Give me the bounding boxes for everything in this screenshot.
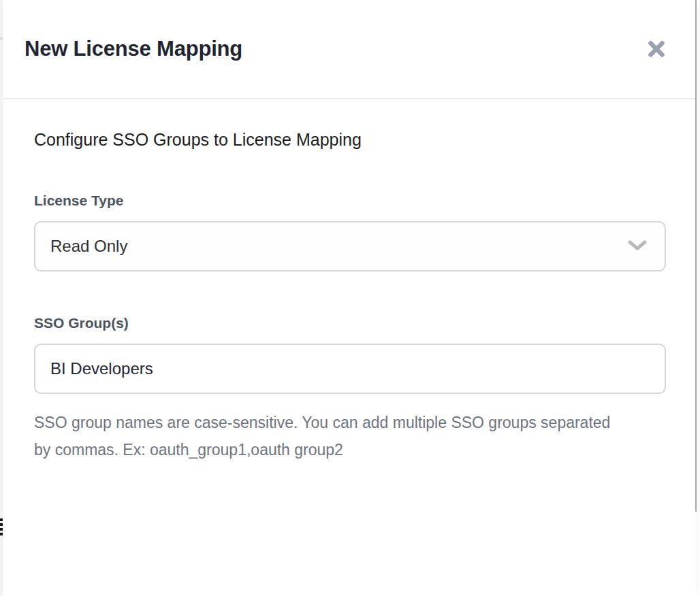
new-license-mapping-modal: New License Mapping Configure SSO Groups… (3, 0, 696, 596)
chevron-down-icon (628, 240, 647, 254)
modal-title: New License Mapping (25, 37, 242, 61)
license-type-label: License Type (34, 191, 666, 210)
license-type-value: Read Only (50, 237, 127, 256)
page-edge-line (695, 0, 697, 512)
modal-body: Configure SSO Groups to License Mapping … (3, 128, 696, 463)
license-type-select[interactable]: Read Only (34, 221, 666, 271)
sso-groups-input[interactable] (34, 344, 666, 394)
modal-subtitle: Configure SSO Groups to License Mapping (34, 128, 666, 151)
sso-groups-helper-text: SSO group names are case-sensitive. You … (34, 409, 628, 463)
x-icon (646, 39, 667, 59)
modal-header: New License Mapping (3, 0, 696, 99)
close-button[interactable] (643, 35, 670, 63)
sso-groups-label: SSO Group(s) (34, 314, 666, 333)
